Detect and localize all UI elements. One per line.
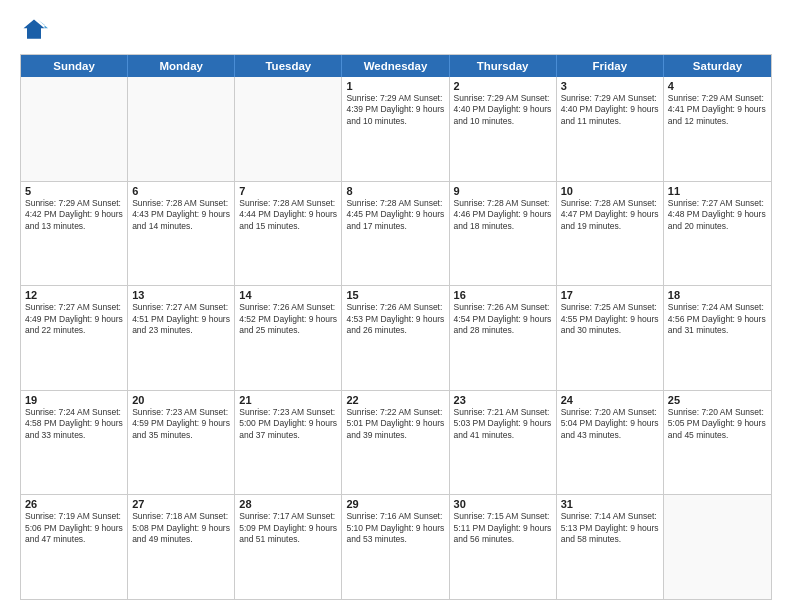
day-cell-23: 23Sunrise: 7:21 AM Sunset: 5:03 PM Dayli…: [450, 391, 557, 495]
day-number: 13: [132, 289, 230, 301]
day-cell-29: 29Sunrise: 7:16 AM Sunset: 5:10 PM Dayli…: [342, 495, 449, 599]
header: [20, 16, 772, 44]
day-number: 5: [25, 185, 123, 197]
day-number: 25: [668, 394, 767, 406]
day-number: 17: [561, 289, 659, 301]
calendar-header: SundayMondayTuesdayWednesdayThursdayFrid…: [21, 55, 771, 77]
empty-cell: [21, 77, 128, 181]
day-cell-24: 24Sunrise: 7:20 AM Sunset: 5:04 PM Dayli…: [557, 391, 664, 495]
day-number: 24: [561, 394, 659, 406]
day-number: 1: [346, 80, 444, 92]
day-info: Sunrise: 7:29 AM Sunset: 4:40 PM Dayligh…: [561, 93, 659, 127]
empty-cell: [235, 77, 342, 181]
weekday-header-saturday: Saturday: [664, 55, 771, 77]
day-info: Sunrise: 7:16 AM Sunset: 5:10 PM Dayligh…: [346, 511, 444, 545]
day-cell-21: 21Sunrise: 7:23 AM Sunset: 5:00 PM Dayli…: [235, 391, 342, 495]
day-cell-8: 8Sunrise: 7:28 AM Sunset: 4:45 PM Daylig…: [342, 182, 449, 286]
day-info: Sunrise: 7:27 AM Sunset: 4:48 PM Dayligh…: [668, 198, 767, 232]
day-cell-20: 20Sunrise: 7:23 AM Sunset: 4:59 PM Dayli…: [128, 391, 235, 495]
day-cell-2: 2Sunrise: 7:29 AM Sunset: 4:40 PM Daylig…: [450, 77, 557, 181]
day-info: Sunrise: 7:22 AM Sunset: 5:01 PM Dayligh…: [346, 407, 444, 441]
day-info: Sunrise: 7:29 AM Sunset: 4:40 PM Dayligh…: [454, 93, 552, 127]
day-cell-12: 12Sunrise: 7:27 AM Sunset: 4:49 PM Dayli…: [21, 286, 128, 390]
day-info: Sunrise: 7:26 AM Sunset: 4:52 PM Dayligh…: [239, 302, 337, 336]
logo-icon: [20, 16, 48, 44]
day-cell-7: 7Sunrise: 7:28 AM Sunset: 4:44 PM Daylig…: [235, 182, 342, 286]
day-number: 27: [132, 498, 230, 510]
calendar-body: 1Sunrise: 7:29 AM Sunset: 4:39 PM Daylig…: [21, 77, 771, 599]
calendar-row-2: 5Sunrise: 7:29 AM Sunset: 4:42 PM Daylig…: [21, 181, 771, 286]
day-number: 26: [25, 498, 123, 510]
day-info: Sunrise: 7:28 AM Sunset: 4:46 PM Dayligh…: [454, 198, 552, 232]
day-number: 3: [561, 80, 659, 92]
day-number: 15: [346, 289, 444, 301]
day-number: 30: [454, 498, 552, 510]
day-cell-5: 5Sunrise: 7:29 AM Sunset: 4:42 PM Daylig…: [21, 182, 128, 286]
day-number: 14: [239, 289, 337, 301]
day-cell-17: 17Sunrise: 7:25 AM Sunset: 4:55 PM Dayli…: [557, 286, 664, 390]
day-info: Sunrise: 7:23 AM Sunset: 4:59 PM Dayligh…: [132, 407, 230, 441]
day-cell-11: 11Sunrise: 7:27 AM Sunset: 4:48 PM Dayli…: [664, 182, 771, 286]
day-number: 22: [346, 394, 444, 406]
day-number: 11: [668, 185, 767, 197]
day-info: Sunrise: 7:19 AM Sunset: 5:06 PM Dayligh…: [25, 511, 123, 545]
day-info: Sunrise: 7:27 AM Sunset: 4:49 PM Dayligh…: [25, 302, 123, 336]
day-info: Sunrise: 7:28 AM Sunset: 4:45 PM Dayligh…: [346, 198, 444, 232]
day-info: Sunrise: 7:26 AM Sunset: 4:54 PM Dayligh…: [454, 302, 552, 336]
weekday-header-tuesday: Tuesday: [235, 55, 342, 77]
day-cell-14: 14Sunrise: 7:26 AM Sunset: 4:52 PM Dayli…: [235, 286, 342, 390]
page: SundayMondayTuesdayWednesdayThursdayFrid…: [0, 0, 792, 612]
weekday-header-sunday: Sunday: [21, 55, 128, 77]
day-info: Sunrise: 7:28 AM Sunset: 4:47 PM Dayligh…: [561, 198, 659, 232]
day-info: Sunrise: 7:23 AM Sunset: 5:00 PM Dayligh…: [239, 407, 337, 441]
weekday-header-wednesday: Wednesday: [342, 55, 449, 77]
calendar-row-4: 19Sunrise: 7:24 AM Sunset: 4:58 PM Dayli…: [21, 390, 771, 495]
day-number: 21: [239, 394, 337, 406]
day-info: Sunrise: 7:18 AM Sunset: 5:08 PM Dayligh…: [132, 511, 230, 545]
day-info: Sunrise: 7:27 AM Sunset: 4:51 PM Dayligh…: [132, 302, 230, 336]
day-info: Sunrise: 7:29 AM Sunset: 4:42 PM Dayligh…: [25, 198, 123, 232]
weekday-header-monday: Monday: [128, 55, 235, 77]
day-cell-22: 22Sunrise: 7:22 AM Sunset: 5:01 PM Dayli…: [342, 391, 449, 495]
day-info: Sunrise: 7:28 AM Sunset: 4:44 PM Dayligh…: [239, 198, 337, 232]
day-number: 10: [561, 185, 659, 197]
day-number: 12: [25, 289, 123, 301]
day-info: Sunrise: 7:20 AM Sunset: 5:04 PM Dayligh…: [561, 407, 659, 441]
day-number: 23: [454, 394, 552, 406]
day-number: 28: [239, 498, 337, 510]
day-number: 4: [668, 80, 767, 92]
day-cell-30: 30Sunrise: 7:15 AM Sunset: 5:11 PM Dayli…: [450, 495, 557, 599]
day-number: 19: [25, 394, 123, 406]
day-cell-9: 9Sunrise: 7:28 AM Sunset: 4:46 PM Daylig…: [450, 182, 557, 286]
day-info: Sunrise: 7:26 AM Sunset: 4:53 PM Dayligh…: [346, 302, 444, 336]
day-info: Sunrise: 7:24 AM Sunset: 4:56 PM Dayligh…: [668, 302, 767, 336]
day-info: Sunrise: 7:24 AM Sunset: 4:58 PM Dayligh…: [25, 407, 123, 441]
day-cell-27: 27Sunrise: 7:18 AM Sunset: 5:08 PM Dayli…: [128, 495, 235, 599]
empty-cell: [128, 77, 235, 181]
day-cell-26: 26Sunrise: 7:19 AM Sunset: 5:06 PM Dayli…: [21, 495, 128, 599]
day-cell-28: 28Sunrise: 7:17 AM Sunset: 5:09 PM Dayli…: [235, 495, 342, 599]
day-number: 20: [132, 394, 230, 406]
day-number: 6: [132, 185, 230, 197]
day-info: Sunrise: 7:20 AM Sunset: 5:05 PM Dayligh…: [668, 407, 767, 441]
day-info: Sunrise: 7:17 AM Sunset: 5:09 PM Dayligh…: [239, 511, 337, 545]
day-number: 16: [454, 289, 552, 301]
day-cell-15: 15Sunrise: 7:26 AM Sunset: 4:53 PM Dayli…: [342, 286, 449, 390]
calendar-row-3: 12Sunrise: 7:27 AM Sunset: 4:49 PM Dayli…: [21, 285, 771, 390]
day-info: Sunrise: 7:29 AM Sunset: 4:41 PM Dayligh…: [668, 93, 767, 127]
day-cell-10: 10Sunrise: 7:28 AM Sunset: 4:47 PM Dayli…: [557, 182, 664, 286]
day-info: Sunrise: 7:25 AM Sunset: 4:55 PM Dayligh…: [561, 302, 659, 336]
logo: [20, 16, 52, 44]
day-cell-18: 18Sunrise: 7:24 AM Sunset: 4:56 PM Dayli…: [664, 286, 771, 390]
day-info: Sunrise: 7:15 AM Sunset: 5:11 PM Dayligh…: [454, 511, 552, 545]
day-number: 29: [346, 498, 444, 510]
day-cell-25: 25Sunrise: 7:20 AM Sunset: 5:05 PM Dayli…: [664, 391, 771, 495]
day-cell-6: 6Sunrise: 7:28 AM Sunset: 4:43 PM Daylig…: [128, 182, 235, 286]
day-number: 9: [454, 185, 552, 197]
day-info: Sunrise: 7:28 AM Sunset: 4:43 PM Dayligh…: [132, 198, 230, 232]
calendar-row-1: 1Sunrise: 7:29 AM Sunset: 4:39 PM Daylig…: [21, 77, 771, 181]
day-cell-16: 16Sunrise: 7:26 AM Sunset: 4:54 PM Dayli…: [450, 286, 557, 390]
day-info: Sunrise: 7:29 AM Sunset: 4:39 PM Dayligh…: [346, 93, 444, 127]
day-cell-19: 19Sunrise: 7:24 AM Sunset: 4:58 PM Dayli…: [21, 391, 128, 495]
day-number: 2: [454, 80, 552, 92]
